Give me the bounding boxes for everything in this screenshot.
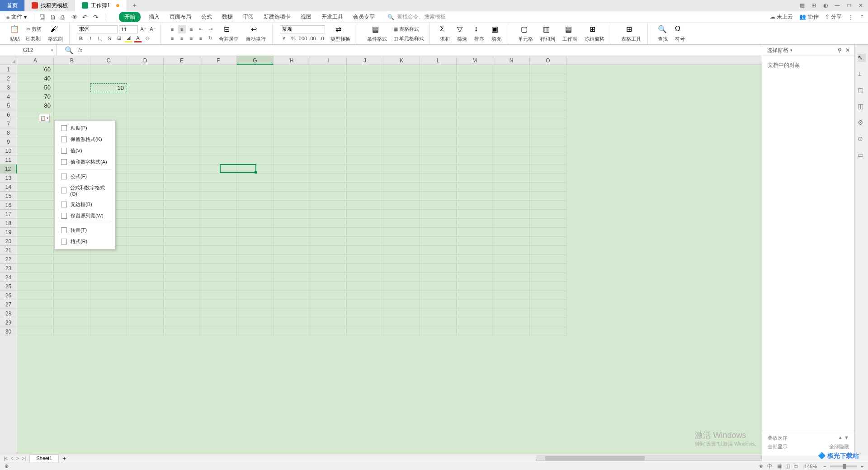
cell-H20[interactable] [274,237,310,246]
border-button[interactable]: ⊞ [115,34,123,42]
cell-I26[interactable] [310,291,347,300]
tab-review[interactable]: 审阅 [241,11,255,23]
cell-D16[interactable] [127,201,164,210]
cell-A30[interactable] [17,327,54,336]
cell-M27[interactable] [457,300,493,309]
cell-A22[interactable] [17,255,54,264]
row-header-25[interactable]: 25 [0,282,17,291]
cell-M15[interactable] [457,192,493,201]
filter-button[interactable]: ▽筛选 [454,24,470,43]
cell-D22[interactable] [127,255,164,264]
cell-D15[interactable] [127,192,164,201]
cell-M12[interactable] [457,164,493,174]
cell-I29[interactable] [310,318,347,327]
col-header-B[interactable]: B [54,56,90,65]
percent-icon[interactable]: % [289,34,297,42]
cell-M16[interactable] [457,201,493,210]
ime-icon[interactable]: 中· [767,463,774,470]
row-header-5[interactable]: 5 [0,101,17,110]
tab-formulas[interactable]: 公式 [199,11,214,23]
menu-paste[interactable]: 粘贴(P) [55,122,115,134]
pin-icon[interactable]: ⚲ [838,47,842,53]
cell-N22[interactable] [493,255,530,264]
move-down-icon[interactable]: ▼ [844,435,849,440]
cell-L2[interactable] [420,74,457,83]
copy-button[interactable]: ⎘ 复制 [24,34,43,43]
cell-F29[interactable] [200,318,237,327]
search-box[interactable]: 🔍 查找命令、搜索模板 [387,13,446,21]
view-normal-icon[interactable]: ▦ [777,463,782,469]
cell-L9[interactable] [420,137,457,146]
font-decrease-icon[interactable]: A⁻ [149,25,157,33]
cell-C2[interactable] [90,74,127,83]
cell-M19[interactable] [457,228,493,237]
table-tools-button[interactable]: ⊞表格工具 [618,24,644,43]
cell-H13[interactable] [274,174,310,183]
cell-A8[interactable] [17,128,54,137]
cell-I15[interactable] [310,192,347,201]
selection-tool-icon[interactable]: ⟂ [858,70,866,78]
underline-button[interactable]: U [96,34,104,42]
cell-J17[interactable] [347,210,383,219]
cell-B5[interactable] [54,101,90,110]
cell-H26[interactable] [274,291,310,300]
cell-A26[interactable] [17,291,54,300]
menu-no-border[interactable]: 无边框(B) [55,199,115,210]
cell-F12[interactable] [200,164,237,174]
cell-F2[interactable] [200,74,237,83]
cell-G14[interactable] [237,183,274,192]
cell-I4[interactable] [310,92,347,101]
cell-A20[interactable] [17,237,54,246]
cell-M22[interactable] [457,255,493,264]
cell-E16[interactable] [164,201,200,210]
row-header-24[interactable]: 24 [0,273,17,282]
maximize-icon[interactable]: □ [845,2,853,9]
cell-L29[interactable] [420,318,457,327]
cell-O15[interactable] [530,192,566,201]
cell-G4[interactable] [237,92,274,101]
paste-options-tag[interactable]: 📋 [39,114,50,122]
tab-workbook[interactable]: 工作簿1 ● [75,0,127,11]
find-button[interactable]: 🔍查找 [655,24,670,43]
menu-transpose[interactable]: 转置(T) [55,225,115,236]
row-header-22[interactable]: 22 [0,255,17,264]
cell-O19[interactable] [530,228,566,237]
cell-M7[interactable] [457,119,493,128]
cell-A4[interactable]: 70 [17,92,54,101]
cell-K25[interactable] [383,282,420,291]
cell-O10[interactable] [530,146,566,155]
name-box[interactable]: G12 [0,45,57,56]
cell-F10[interactable] [200,146,237,155]
cell-M8[interactable] [457,128,493,137]
cell-O11[interactable] [530,155,566,164]
cell-I22[interactable] [310,255,347,264]
cell-N24[interactable] [493,273,530,282]
cell-J3[interactable] [347,83,383,92]
cell-N20[interactable] [493,237,530,246]
cell-F20[interactable] [200,237,237,246]
cell-K22[interactable] [383,255,420,264]
row-header-16[interactable]: 16 [0,201,17,210]
cell-I6[interactable] [310,110,347,119]
cell-E20[interactable] [164,237,200,246]
cell-G26[interactable] [237,291,274,300]
menu-values[interactable]: 值(V) [55,145,115,156]
next-sheet-icon[interactable]: > [16,456,19,461]
cell-A19[interactable] [17,228,54,237]
cell-D20[interactable] [127,237,164,246]
cell-L30[interactable] [420,327,457,336]
cell-L12[interactable] [420,164,457,174]
cell-D2[interactable] [127,74,164,83]
cell-K2[interactable] [383,74,420,83]
cell-K16[interactable] [383,201,420,210]
new-tab-button[interactable]: + [127,1,142,9]
cell-O29[interactable] [530,318,566,327]
cell-E29[interactable] [164,318,200,327]
cell-G23[interactable] [237,264,274,273]
cell-O14[interactable] [530,183,566,192]
cell-G24[interactable] [237,273,274,282]
cell-J12[interactable] [347,164,383,174]
save-icon[interactable]: 🖫 [39,14,46,21]
italic-button[interactable]: I [86,34,94,42]
rowcol-button[interactable]: ▥行和列 [538,24,558,43]
